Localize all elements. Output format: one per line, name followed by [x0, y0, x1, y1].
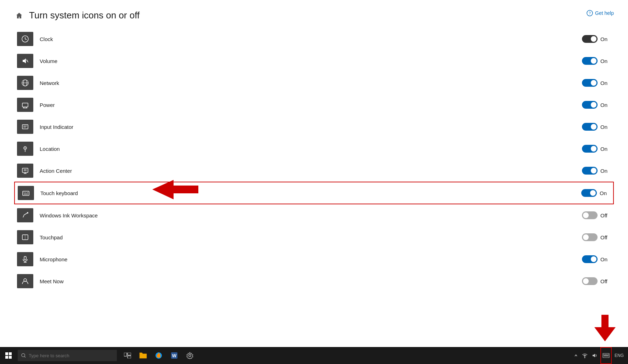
- svg-text:W: W: [172, 353, 177, 358]
- taskbar-app-icons: W: [120, 348, 197, 363]
- location-toggle[interactable]: [582, 145, 598, 153]
- touch-keyboard-toggle-label: On: [600, 190, 610, 196]
- language-label: ENG: [615, 353, 624, 358]
- action-center-toggle[interactable]: [582, 167, 598, 175]
- get-help-button[interactable]: ? Get help: [587, 10, 614, 16]
- svg-rect-61: [604, 356, 609, 356]
- volume-icon-box: [17, 54, 33, 68]
- taskbar-keyboard-icon[interactable]: [600, 347, 612, 364]
- red-arrow-bottom: [594, 315, 616, 343]
- svg-rect-11: [22, 103, 28, 107]
- setting-row-clock: Clock On: [14, 28, 614, 50]
- svg-marker-38: [152, 180, 198, 199]
- touchpad-toggle-label: Off: [600, 234, 611, 240]
- meet-now-toggle[interactable]: [582, 277, 598, 285]
- touchpad-toggle[interactable]: [582, 233, 598, 241]
- clock-label: Clock: [40, 36, 582, 42]
- setting-row-windows-ink: Windows Ink Workspace Off: [14, 204, 614, 226]
- network-toggle[interactable]: [582, 79, 598, 87]
- task-view-button[interactable]: [120, 348, 135, 363]
- location-label: Location: [40, 146, 582, 152]
- get-help-label: Get help: [595, 10, 614, 16]
- volume-toggle[interactable]: [582, 57, 598, 65]
- setting-row-network: Network On: [14, 72, 614, 94]
- word-button[interactable]: W: [167, 348, 181, 363]
- taskbar-network-icon[interactable]: [581, 347, 589, 364]
- power-icon-box: [17, 98, 33, 112]
- setting-row-volume: Volume On: [14, 50, 614, 72]
- windows-ink-toggle-wrap: Off: [582, 211, 611, 219]
- microphone-toggle-label: On: [600, 256, 611, 262]
- network-toggle-label: On: [600, 80, 611, 86]
- svg-line-45: [24, 357, 26, 358]
- svg-rect-46: [124, 353, 127, 356]
- meet-now-toggle-label: Off: [600, 278, 611, 284]
- settings-taskbar-button[interactable]: [183, 348, 197, 363]
- svg-rect-15: [22, 125, 28, 129]
- svg-rect-34: [24, 256, 26, 260]
- svg-marker-55: [593, 354, 595, 357]
- taskbar-language[interactable]: ENG: [613, 347, 625, 364]
- network-label: Network: [40, 80, 582, 86]
- microphone-icon-box: [17, 252, 33, 266]
- power-toggle-label: On: [600, 102, 611, 108]
- location-toggle-wrap: On: [582, 145, 611, 153]
- microphone-label: Microphone: [40, 256, 582, 262]
- taskbar-volume-icon[interactable]: [590, 347, 599, 364]
- power-toggle-wrap: On: [582, 101, 611, 109]
- touchpad-icon-box: [17, 230, 33, 244]
- input-indicator-toggle-wrap: On: [582, 123, 611, 131]
- volume-label: Volume: [40, 58, 582, 64]
- taskbar: W: [0, 347, 628, 364]
- clock-toggle-wrap: On: [582, 35, 611, 43]
- svg-rect-41: [9, 352, 12, 355]
- svg-rect-42: [5, 356, 8, 359]
- setting-row-meet-now: Meet Now Off: [14, 270, 614, 292]
- touchpad-label: Touchpad: [40, 234, 582, 240]
- firefox-button[interactable]: [152, 348, 166, 363]
- svg-rect-60: [608, 354, 609, 355]
- power-toggle[interactable]: [582, 101, 598, 109]
- touch-keyboard-icon-box: [18, 186, 34, 200]
- location-icon-box: [17, 142, 33, 156]
- svg-rect-58: [605, 354, 606, 355]
- action-center-toggle-wrap: On: [582, 167, 611, 175]
- setting-row-microphone: Microphone On: [14, 248, 614, 270]
- taskbar-right: ENG: [573, 347, 628, 364]
- system-tray-expand[interactable]: [573, 347, 579, 364]
- meet-now-icon-box: [17, 274, 33, 288]
- taskbar-search[interactable]: [18, 350, 117, 361]
- setting-row-location: Location On: [14, 138, 614, 160]
- file-explorer-button[interactable]: [136, 348, 150, 363]
- meet-now-label: Meet Now: [40, 278, 582, 284]
- meet-now-toggle-wrap: Off: [582, 277, 611, 285]
- windows-ink-toggle[interactable]: [582, 211, 598, 219]
- microphone-toggle[interactable]: [582, 255, 598, 263]
- clock-toggle[interactable]: [582, 35, 598, 43]
- windows-ink-toggle-label: Off: [600, 212, 611, 218]
- svg-point-53: [189, 354, 191, 357]
- page-title: Turn system icons on or off: [29, 10, 140, 21]
- home-icon[interactable]: [14, 11, 24, 21]
- search-input[interactable]: [29, 353, 113, 358]
- volume-toggle-label: On: [600, 58, 611, 64]
- power-label: Power: [40, 102, 582, 108]
- svg-marker-5: [23, 58, 26, 63]
- svg-rect-43: [9, 356, 12, 359]
- location-toggle-label: On: [600, 146, 611, 152]
- svg-rect-48: [128, 356, 131, 358]
- svg-rect-21: [22, 168, 28, 172]
- page-header: Turn system icons on or off: [0, 0, 628, 28]
- network-icon-box: [17, 76, 33, 90]
- volume-toggle-wrap: On: [582, 57, 611, 65]
- input-indicator-toggle[interactable]: [582, 123, 598, 131]
- svg-rect-59: [606, 354, 607, 355]
- touch-keyboard-toggle[interactable]: [581, 189, 597, 197]
- network-toggle-wrap: On: [582, 79, 611, 87]
- start-button[interactable]: [0, 347, 17, 364]
- svg-rect-40: [5, 352, 8, 355]
- setting-row-power: Power On: [14, 94, 614, 116]
- svg-rect-57: [604, 354, 605, 355]
- svg-point-44: [22, 353, 25, 357]
- touchpad-toggle-wrap: Off: [582, 233, 611, 241]
